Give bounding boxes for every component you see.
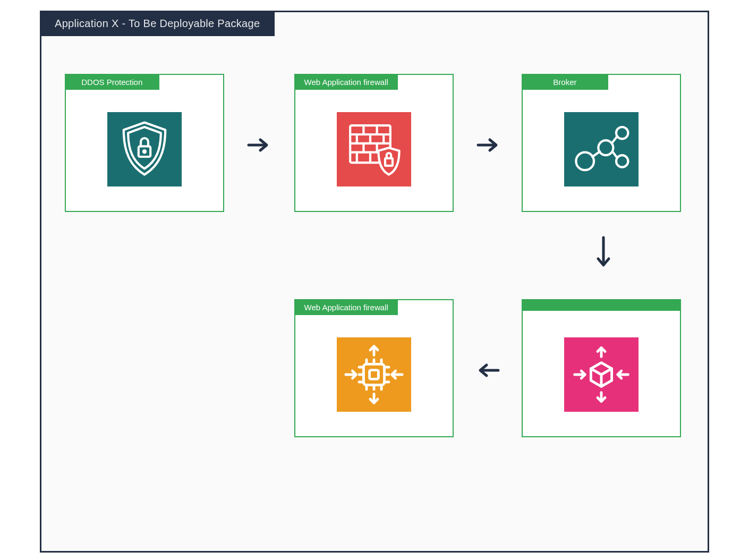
package-distribute-icon [564,337,639,412]
diagram-title-tab: Application X - To Be Deployable Package [40,11,275,36]
architecture-diagram: Application X - To Be Deployable Package… [40,11,709,553]
card-web-application-firewall-top: Web Application firewall [294,74,454,212]
svg-rect-18 [564,112,639,186]
arrow-right-icon [245,135,272,155]
card-label: Web Application firewall [294,74,398,90]
card-label: Web Application firewall [294,299,398,315]
card-label-bar [522,299,681,311]
svg-rect-3 [337,112,411,186]
card-label: DDOS Protection [65,74,159,90]
card-ddos-protection: DDOS Protection [65,74,224,212]
card-label: Broker [522,74,608,90]
card-package-distribution [522,299,681,437]
arrow-down-icon [594,234,613,271]
diagram-title: Application X - To Be Deployable Package [55,18,260,30]
firewall-icon [337,112,411,186]
network-nodes-icon [564,112,639,186]
chip-distribute-icon [337,337,411,412]
arrow-left-icon [475,361,501,380]
card-web-application-firewall-bottom: Web Application firewall [294,299,454,437]
arrow-right-icon [475,135,501,155]
card-broker: Broker [522,74,681,212]
shield-lock-icon [107,112,182,186]
svg-point-2 [143,150,146,152]
